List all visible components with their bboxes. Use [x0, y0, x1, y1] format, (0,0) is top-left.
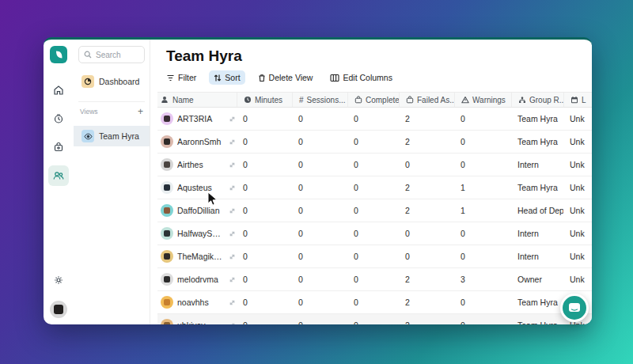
group-cell: Intern — [511, 252, 563, 261]
expand-icon[interactable] — [229, 230, 237, 237]
sidebar: Dashboard Views + Team Hyra — [74, 40, 150, 324]
user-avatar[interactable] — [50, 301, 67, 318]
table-row[interactable]: DaffoDillian 0 0 0 2 1 Head of Dep... Un… — [157, 199, 592, 222]
column-header-group[interactable]: Group R... — [511, 93, 563, 107]
completed-cell: 0 — [347, 206, 399, 215]
column-header-failed[interactable]: Failed As... — [399, 93, 454, 107]
expand-icon[interactable] — [229, 276, 237, 283]
avatar-head-glyph — [164, 161, 170, 168]
warnings-cell: 0 — [454, 160, 511, 169]
member-name: TheMagikM... — [177, 252, 225, 261]
warnings-cell: 0 — [454, 298, 511, 307]
last-cell: Unk — [563, 229, 592, 238]
failed-cell: 2 — [399, 137, 454, 146]
table-row[interactable]: ART3RIA 0 0 0 2 0 Team Hyra Unk — [157, 108, 592, 131]
minutes-cell: 0 — [237, 275, 292, 284]
member-avatar — [161, 181, 173, 194]
last-cell: Unk — [563, 183, 592, 192]
expand-icon[interactable] — [229, 161, 237, 169]
bag-icon[interactable] — [48, 137, 69, 157]
sessions-cell: 0 — [292, 275, 347, 284]
name-cell: TheMagikM... — [157, 250, 237, 263]
table-row[interactable]: TheMagikM... 0 0 0 0 0 Intern Unk — [157, 245, 592, 268]
name-cell: HalfwaySplash — [157, 227, 237, 240]
member-avatar — [161, 319, 173, 324]
members-icon[interactable] — [48, 165, 69, 186]
search-box[interactable] — [78, 46, 145, 63]
warnings-cell: 1 — [454, 206, 511, 215]
delete-view-button[interactable]: Delete View — [253, 70, 318, 85]
member-name: uhkiyov — [177, 320, 225, 324]
minutes-cell: 0 — [237, 320, 292, 324]
sidebar-item-label: Dashboard — [99, 77, 139, 86]
home-icon[interactable] — [48, 80, 69, 100]
avatar-head-glyph — [164, 138, 170, 145]
sort-button-label: Sort — [225, 73, 240, 82]
edit-columns-button[interactable]: Edit Columns — [325, 70, 396, 85]
column-header-name[interactable]: Name — [157, 93, 237, 107]
sidebar-item-dashboard[interactable]: Dashboard — [78, 71, 145, 92]
app-logo-bird-icon[interactable] — [50, 46, 67, 63]
history-clock-icon[interactable] — [48, 108, 69, 129]
warnings-cell: 0 — [454, 229, 511, 238]
sort-button[interactable]: Sort — [209, 70, 244, 85]
filter-button[interactable]: Filter — [161, 70, 201, 85]
table-row[interactable]: AaronnSmh 0 0 0 2 0 Team Hyra Unk — [157, 131, 592, 154]
completed-cell: 0 — [347, 183, 399, 192]
column-header-warnings[interactable]: Warnings — [454, 93, 511, 107]
avatar-head-glyph — [164, 276, 170, 282]
name-cell: Aqusteus — [157, 181, 237, 194]
completed-cell: 0 — [347, 298, 399, 307]
gear-icon[interactable] — [48, 270, 69, 290]
expand-icon[interactable] — [229, 253, 237, 260]
group-cell: Team Hyra — [511, 183, 563, 192]
failed-cell: 2 — [399, 206, 454, 215]
expand-icon[interactable] — [229, 184, 237, 191]
table-row[interactable]: melodrvma 0 0 0 2 3 Owner Unk — [157, 268, 592, 291]
chat-launcher-button[interactable] — [560, 294, 589, 322]
search-input[interactable] — [96, 51, 140, 59]
column-header-completed[interactable]: Complete... — [347, 93, 399, 107]
edit-columns-button-label: Edit Columns — [343, 73, 392, 82]
avatar-head-glyph — [164, 184, 170, 191]
name-cell: melodrvma — [157, 273, 237, 286]
last-cell: Unk — [563, 206, 592, 215]
table-row[interactable]: Aqusteus 0 0 0 2 1 Team Hyra Unk — [157, 176, 592, 199]
columns-icon — [330, 74, 339, 82]
person-icon — [161, 96, 169, 104]
completed-cell: 0 — [347, 114, 399, 123]
calendar-icon — [570, 96, 578, 104]
expand-icon[interactable] — [229, 322, 237, 325]
member-avatar — [161, 250, 173, 263]
column-header-sessions[interactable]: # Sessions... — [292, 93, 347, 107]
table-row[interactable]: HalfwaySplash 0 0 0 0 0 Intern Unk — [157, 222, 592, 245]
page-title: Team Hyra — [150, 47, 592, 68]
table-row[interactable]: uhkiyov 0 0 0 2 0 Team Hyra Unk — [157, 314, 592, 324]
expand-icon[interactable] — [229, 116, 237, 123]
minutes-cell: 0 — [237, 160, 292, 169]
name-cell: noavhhs — [157, 296, 237, 309]
expand-icon[interactable] — [229, 138, 237, 146]
sessions-cell: 0 — [292, 298, 347, 307]
sidebar-item-team-hyra[interactable]: Team Hyra — [74, 126, 150, 146]
chat-bubble-icon — [568, 302, 581, 314]
dashboard-chart-icon — [81, 75, 94, 88]
minutes-cell: 0 — [237, 137, 292, 146]
expand-icon[interactable] — [229, 299, 237, 306]
completed-cell: 0 — [347, 160, 399, 169]
avatar-head-glyph — [164, 322, 170, 324]
failed-cell: 0 — [399, 160, 454, 169]
column-header-minutes[interactable]: Minutes — [237, 93, 292, 107]
avatar-head-glyph — [164, 253, 170, 260]
table-row[interactable]: Airthes 0 0 0 0 0 Intern Unk — [157, 154, 592, 176]
table-row[interactable]: noavhhs 0 0 0 2 0 Team Hyra Unk — [157, 291, 592, 314]
add-view-button[interactable]: + — [138, 107, 143, 116]
group-cell: Owner — [511, 275, 563, 284]
minutes-cell: 0 — [237, 206, 292, 215]
expand-icon[interactable] — [229, 207, 237, 214]
name-cell: uhkiyov — [157, 319, 237, 324]
column-header-last[interactable]: L — [563, 93, 592, 107]
failed-cell: 2 — [399, 114, 454, 123]
minutes-cell: 0 — [237, 229, 292, 238]
minutes-cell: 0 — [237, 252, 292, 261]
